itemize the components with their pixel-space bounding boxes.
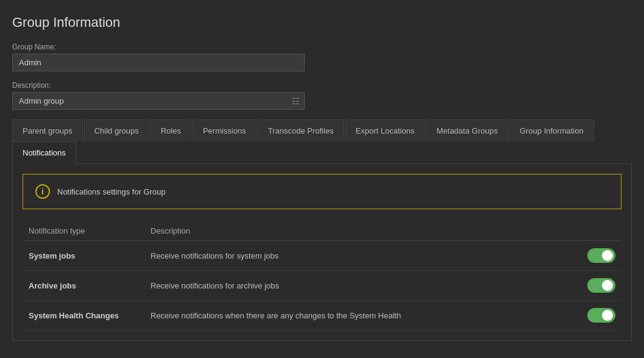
description-section: Description: ☷ xyxy=(12,81,632,110)
tab-metadata-groups[interactable]: Metadata Groups xyxy=(426,120,508,141)
toggle-slider-2 xyxy=(587,308,615,323)
tab-notifications[interactable]: Notifications xyxy=(12,141,76,164)
notif-type-1: Archive jobs xyxy=(23,271,144,301)
notif-desc-1: Receive notifications for archive jobs xyxy=(144,271,573,301)
notif-type-2: System Health Changes xyxy=(23,301,144,331)
col-header-toggle xyxy=(573,221,621,241)
notif-toggle-cell-1 xyxy=(573,271,621,301)
toggle-slider-1 xyxy=(587,278,615,293)
content-area: i Notifications settings for Group Notif… xyxy=(12,163,632,341)
notif-desc-0: Receive notifications for system jobs xyxy=(144,241,573,271)
toggle-1[interactable] xyxy=(587,278,615,293)
group-name-section: Group Name: xyxy=(12,43,632,71)
description-label: Description: xyxy=(12,81,632,90)
notif-desc-2: Receive notifications when there are any… xyxy=(144,301,573,331)
tab-roles[interactable]: Roles xyxy=(150,120,191,141)
table-row: System jobsReceive notifications for sys… xyxy=(23,241,621,271)
toggle-slider-0 xyxy=(587,248,615,263)
description-icon: ☷ xyxy=(292,96,300,106)
info-icon: i xyxy=(35,184,50,199)
notifications-table: Notification type Description System job… xyxy=(23,221,621,331)
tab-group-information[interactable]: Group Information xyxy=(509,120,594,141)
tab-parent-groups[interactable]: Parent groups xyxy=(12,120,83,141)
tab-child-groups[interactable]: Child groups xyxy=(84,120,149,141)
page-title: Group Information xyxy=(12,15,632,30)
toggle-0[interactable] xyxy=(587,248,615,263)
tab-export-locations[interactable]: Export Locations xyxy=(345,120,425,141)
table-row: System Health ChangesReceive notificatio… xyxy=(23,301,621,331)
col-header-type: Notification type xyxy=(23,221,144,241)
page-wrapper: Group Information Group Name: Descriptio… xyxy=(0,0,644,358)
description-wrapper: ☷ xyxy=(12,92,305,110)
table-row: Archive jobsReceive notifications for ar… xyxy=(23,271,621,301)
info-box: i Notifications settings for Group xyxy=(23,174,621,209)
toggle-2[interactable] xyxy=(587,308,615,323)
col-header-desc: Description xyxy=(144,221,573,241)
notif-toggle-cell-2 xyxy=(573,301,621,331)
description-input[interactable] xyxy=(12,92,305,110)
tab-permissions[interactable]: Permissions xyxy=(193,120,257,141)
notif-type-0: System jobs xyxy=(23,241,144,271)
notif-toggle-cell-0 xyxy=(573,241,621,271)
group-name-label: Group Name: xyxy=(12,43,632,51)
info-text: Notifications settings for Group xyxy=(57,187,166,196)
tab-transcode-profiles[interactable]: Transcode Profiles xyxy=(258,120,344,141)
group-name-input[interactable] xyxy=(12,54,305,71)
tabs-row: Parent groups Child groups Roles Permiss… xyxy=(12,120,632,164)
